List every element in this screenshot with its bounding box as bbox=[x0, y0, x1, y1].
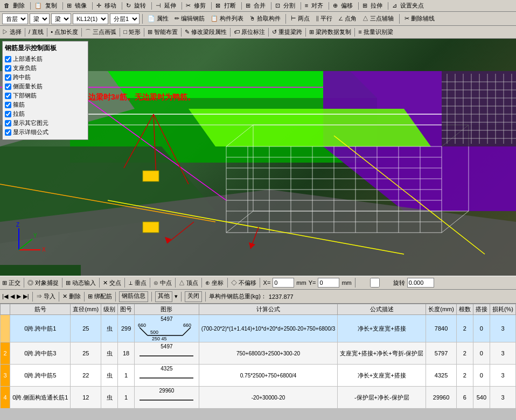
edit-rebar-btn[interactable]: ✏ 编辑钢筋 bbox=[172, 15, 207, 23]
nav-first[interactable]: |◀ bbox=[2, 293, 8, 300]
svg-text:250 45: 250 45 bbox=[152, 336, 167, 341]
cell-formula-3: 0.75*2500+750+6800/4 bbox=[199, 365, 338, 387]
span-select[interactable]: 分层1 bbox=[110, 13, 140, 24]
cell-formula-4: -20+30000-20 bbox=[199, 387, 338, 409]
cell-overlap-2: 0 bbox=[473, 342, 490, 365]
component-list-btn[interactable]: 📋 构件列表 bbox=[208, 15, 246, 23]
table-row[interactable]: 4 0跨.侧面构造通长筋1 12 虫 1 29960 -20+30000-20 bbox=[1, 387, 516, 409]
rect-tool[interactable]: □ 矩形 bbox=[123, 28, 141, 36]
shape-svg-3 bbox=[137, 372, 196, 385]
checkbox-span-mid[interactable]: 跨中筋 bbox=[5, 73, 86, 81]
cell-desc-2: 支座宽+搭接+净长+弯折-保护层 bbox=[338, 342, 426, 365]
perp-btn[interactable]: ⊥ 垂点 bbox=[128, 279, 147, 287]
arc-tool[interactable]: ⌒ 三点画弧 bbox=[85, 28, 116, 36]
break-btn[interactable]: ⊠ 打断 bbox=[214, 2, 239, 10]
toolbar-nav: ⊞ 正交 ◎ 对象捕捉 ⊞ 动态输入 ✕ 交点 ⊥ 垂点 ⊙ 中点 △ 顶点 ⊕… bbox=[0, 276, 516, 290]
table-row[interactable]: 2 0跨.跨中筋3 25 虫 18 5497 750+6800/3+2500+3… bbox=[1, 342, 516, 365]
point-angle-btn[interactable]: ∠ 点角 bbox=[336, 15, 359, 23]
rotate-input[interactable] bbox=[407, 278, 434, 288]
x-input[interactable] bbox=[273, 278, 294, 288]
split-btn[interactable]: ⊡ 分割 bbox=[274, 2, 298, 10]
ortho-btn[interactable]: ⊞ 正交 bbox=[2, 279, 20, 287]
property-btn[interactable]: 📄 属性 bbox=[145, 15, 171, 23]
table-row[interactable]: 3 0跨.跨中筋5 22 虫 1 4325 0.75*2500+750+6800… bbox=[1, 365, 516, 387]
rebar-table-container[interactable]: 筋号 直径(mm) 级别 图号 图形 计算公式 公式描述 长度(mm) 根数 搭… bbox=[0, 304, 516, 408]
shape-svg-0: 500 660 660 250 45 bbox=[137, 322, 196, 341]
nav-play[interactable]: ▶ bbox=[17, 293, 21, 300]
cell-formula-0: (700-20*2)*(1+1.414)+10*d+20*d+2500-20+7… bbox=[199, 315, 338, 342]
row-num-0 bbox=[1, 315, 10, 342]
line-tool[interactable]: / 直线 bbox=[29, 28, 44, 36]
nav-prev[interactable]: ◀ bbox=[10, 293, 15, 300]
checkbox-support-neg[interactable]: 支座负筋 bbox=[5, 64, 86, 72]
code-select[interactable]: KL12(1) bbox=[73, 13, 108, 24]
snap-btn[interactable]: ◎ 对象捕捉 bbox=[27, 279, 59, 287]
cell-formula-2: 750+6800/3+2500+300-20 bbox=[199, 342, 338, 365]
close-btn[interactable]: 关闭 bbox=[185, 291, 202, 302]
col-header-overlap: 搭接 bbox=[473, 304, 490, 315]
annotation-tool[interactable]: 🏷 原位标注 bbox=[234, 28, 265, 36]
move-btn[interactable]: ✛ 移动 bbox=[95, 2, 120, 10]
dynamic-input-btn[interactable]: ⊞ 动态输入 bbox=[66, 279, 96, 287]
cell-barno-4: 0跨.侧面构造通长筋1 bbox=[10, 387, 71, 409]
nav-next[interactable]: ▶| bbox=[23, 293, 29, 300]
cell-grade-2: 虫 bbox=[101, 342, 118, 365]
toolbar-top: 🗑 删除 📋 复制 ⊞ 镜像 ✛ 移动 ↻ 旋转 ⊣ 延伸 ✂ 修剪 ⊠ 打断 … bbox=[0, 0, 516, 12]
rotate-btn[interactable]: ↻ 旋转 bbox=[124, 2, 149, 10]
rebar-info-btn[interactable]: 钢筋信息 bbox=[119, 291, 148, 302]
re-span-tool[interactable]: ↺ 重提梁跨 bbox=[272, 28, 302, 36]
extend-btn[interactable]: ⊣ 延伸 bbox=[154, 2, 179, 10]
checkbox-detail-formula[interactable]: 显示详细公式 bbox=[5, 128, 86, 136]
coord-btn[interactable]: ⊕ 坐标 bbox=[205, 279, 224, 287]
cell-loss-0: 3 bbox=[490, 315, 515, 342]
point-length-tool[interactable]: • 点加长度 bbox=[51, 28, 78, 36]
merge-btn[interactable]: ⊞ 合并 bbox=[244, 2, 269, 10]
midpoint-btn[interactable]: ⊙ 中点 bbox=[154, 279, 172, 287]
rebar-control-panel: 钢筋显示控制面板 上部通长筋 支座负筋 跨中筋 侧面量长筋 下部钢筋 箍筋 拉筋… bbox=[2, 41, 88, 140]
rotate-checkbox[interactable] bbox=[359, 278, 391, 288]
offset-btn[interactable]: ⊕ 偏移 bbox=[331, 2, 356, 10]
cell-barno-3: 0跨.跨中筋5 bbox=[10, 365, 71, 387]
checkbox-upper-long[interactable]: 上部通长筋 bbox=[5, 55, 86, 63]
pick-component-btn[interactable]: 🖱 拾取构件 bbox=[247, 15, 283, 23]
col-header-count: 根数 bbox=[456, 304, 473, 315]
cell-desc-4: -保护层+净长-保护层 bbox=[338, 387, 426, 409]
x-label: X= bbox=[263, 279, 271, 286]
svg-text:Z: Z bbox=[16, 222, 19, 228]
import-btn[interactable]: ⇒ 导入 bbox=[36, 292, 55, 300]
modify-span-tool[interactable]: ✎ 修改梁段属性 bbox=[185, 28, 227, 36]
stretch-btn[interactable]: ⊞ 拉伸 bbox=[361, 2, 386, 10]
checkbox-other-elements[interactable]: 显示其它图元 bbox=[5, 119, 86, 127]
element-select[interactable]: 梁 bbox=[51, 13, 71, 24]
mirror-btn[interactable]: ⊞ 镜像 bbox=[65, 2, 90, 10]
parallel-btn[interactable]: ∥ 平行 bbox=[313, 15, 334, 23]
intersect-btn[interactable]: ✕ 交点 bbox=[103, 279, 121, 287]
no-offset-btn[interactable]: ◇ 不偏移 bbox=[231, 279, 256, 287]
trim-btn[interactable]: ✂ 修剪 bbox=[184, 2, 209, 10]
smart-place-tool[interactable]: ⊞ 智能布置 bbox=[148, 28, 178, 36]
delete-aux-btn[interactable]: ✂ 删除辅线 bbox=[402, 15, 437, 23]
col-header-grade: 级别 bbox=[101, 304, 118, 315]
checkbox-side-long[interactable]: 侧面量长筋 bbox=[5, 82, 86, 90]
two-point-btn[interactable]: ⊢ 两点 bbox=[289, 15, 312, 23]
assign-btn[interactable]: ⊞ 绑配筋 bbox=[88, 292, 112, 300]
checkbox-lower-rebar[interactable]: 下部钢筋 bbox=[5, 92, 86, 100]
vertex-btn[interactable]: △ 顶点 bbox=[179, 279, 198, 287]
align-btn[interactable]: ≡ 对齐 bbox=[303, 2, 326, 10]
copy-span-tool[interactable]: ⊞ 梁跨数据复制 bbox=[309, 28, 351, 36]
delete-btn[interactable]: 🗑 删除 bbox=[2, 2, 28, 10]
viewport-3d[interactable]: 钢筋显示控制面板 上部通长筋 支座负筋 跨中筋 侧面量长筋 下部钢筋 箍筋 拉筋… bbox=[0, 39, 516, 276]
y-input[interactable] bbox=[318, 278, 339, 288]
three-point-btn[interactable]: △ 三点辅轴 bbox=[360, 15, 396, 23]
select-tool[interactable]: ▷ 选择 bbox=[2, 28, 22, 36]
other-btn[interactable]: 其他 bbox=[155, 291, 172, 302]
delete-row-btn[interactable]: ✕ 删除 bbox=[62, 292, 81, 300]
copy-btn[interactable]: 📋 复制 bbox=[33, 2, 60, 10]
type-select[interactable]: 梁 bbox=[30, 13, 50, 24]
checkbox-stirrup[interactable]: 箍筋 bbox=[5, 101, 86, 109]
floor-select[interactable]: 首层 bbox=[2, 13, 28, 24]
grip-btn[interactable]: ⊿ 设置夹点 bbox=[391, 2, 427, 10]
checkbox-tie[interactable]: 拉筋 bbox=[5, 110, 86, 118]
batch-id-tool[interactable]: ≡ 批量识别梁 bbox=[358, 28, 393, 36]
table-row[interactable]: 0跨.跨中筋1 25 虫 299 5497 500 bbox=[1, 315, 516, 342]
